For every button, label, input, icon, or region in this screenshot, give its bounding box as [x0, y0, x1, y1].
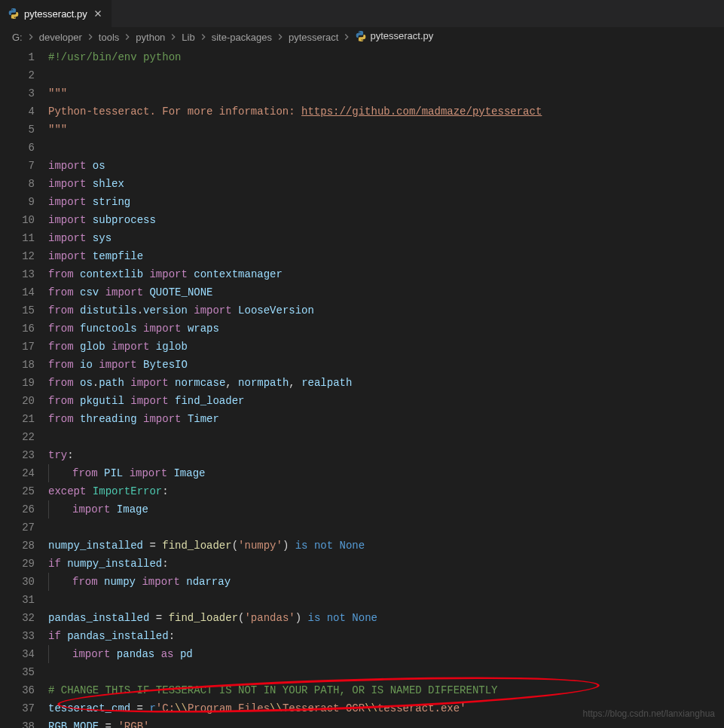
code-line[interactable]: from PIL import Image: [48, 464, 724, 482]
code-line[interactable]: """: [48, 84, 724, 102]
line-number: 2: [0, 66, 35, 84]
chevron-right-icon: [275, 32, 286, 42]
line-number: 13: [0, 265, 35, 283]
line-number: 25: [0, 482, 35, 500]
code-line[interactable]: # CHANGE THIS IF TESSERACT IS NOT IN YOU…: [48, 681, 724, 699]
breadcrumb-segment[interactable]: pytesseract.py: [355, 30, 433, 44]
breadcrumb-segment[interactable]: python: [136, 32, 165, 43]
code-line[interactable]: from csv import QUOTE_NONE: [48, 283, 724, 301]
line-number: 36: [0, 681, 35, 699]
line-number: 17: [0, 338, 35, 356]
line-number: 20: [0, 392, 35, 410]
editor-scrollbar[interactable]: [713, 96, 724, 728]
line-number: 4: [0, 102, 35, 121]
code-line[interactable]: from distutils.version import LooseVersi…: [48, 301, 724, 320]
breadcrumb-segment[interactable]: developer: [39, 32, 82, 43]
code-line[interactable]: [48, 428, 724, 446]
code-line[interactable]: import string: [48, 193, 724, 211]
code-line[interactable]: from threading import Timer: [48, 410, 724, 428]
chevron-right-icon: [85, 32, 96, 42]
code-line[interactable]: from pkgutil import find_loader: [48, 392, 724, 410]
code-line[interactable]: from io import BytesIO: [48, 356, 724, 374]
line-number: 29: [0, 555, 35, 573]
code-line[interactable]: import shlex: [48, 175, 724, 193]
line-number: 34: [0, 645, 35, 663]
line-number: 16: [0, 320, 35, 338]
code-editor[interactable]: 1234567891011121314151617181920212223242…: [0, 48, 724, 728]
code-line[interactable]: RGB_MODE = 'RGB': [48, 717, 724, 728]
file-tab[interactable]: pytesseract.py: [0, 0, 112, 27]
code-line[interactable]: import tempfile: [48, 247, 724, 265]
line-number: 24: [0, 464, 35, 482]
line-number: 31: [0, 591, 35, 609]
line-number: 38: [0, 717, 35, 728]
code-line[interactable]: Python-tesseract. For more information: …: [48, 102, 724, 121]
line-number: 23: [0, 446, 35, 464]
file-tab-label: pytesseract.py: [24, 8, 87, 20]
code-line[interactable]: #!/usr/bin/env python: [48, 48, 724, 66]
line-number: 37: [0, 699, 35, 717]
code-line[interactable]: from os.path import normcase, normpath, …: [48, 374, 724, 392]
line-number: 22: [0, 428, 35, 446]
line-number: 14: [0, 283, 35, 301]
code-area[interactable]: #!/usr/bin/env python"""Python-tesseract…: [48, 48, 724, 728]
line-number: 12: [0, 247, 35, 265]
line-number: 3: [0, 84, 35, 102]
code-line[interactable]: import pandas as pd: [48, 645, 724, 663]
breadcrumb-segment[interactable]: site-packages: [212, 32, 272, 43]
code-line[interactable]: import subprocess: [48, 211, 724, 229]
breadcrumb-segment[interactable]: tools: [99, 32, 119, 43]
line-number: 7: [0, 157, 35, 175]
code-line[interactable]: pandas_installed = find_loader('pandas')…: [48, 609, 724, 627]
code-line[interactable]: from contextlib import contextmanager: [48, 265, 724, 283]
line-number: 27: [0, 518, 35, 537]
chevron-right-icon: [122, 32, 133, 42]
line-number: 28: [0, 537, 35, 555]
breadcrumb[interactable]: G:developertoolspythonLibsite-packagespy…: [0, 27, 724, 48]
code-line[interactable]: """: [48, 121, 724, 139]
code-line[interactable]: [48, 139, 724, 157]
code-line[interactable]: import Image: [48, 500, 724, 518]
code-line[interactable]: [48, 591, 724, 609]
code-line[interactable]: if pandas_installed:: [48, 627, 724, 645]
code-line[interactable]: except ImportError:: [48, 482, 724, 500]
breadcrumb-segment[interactable]: Lib: [182, 32, 194, 43]
line-number: 33: [0, 627, 35, 645]
code-line[interactable]: import os: [48, 157, 724, 175]
python-file-icon: [8, 8, 20, 20]
code-line[interactable]: if numpy_installed:: [48, 555, 724, 573]
code-line[interactable]: from numpy import ndarray: [48, 573, 724, 591]
line-number: 1: [0, 48, 35, 66]
line-number: 19: [0, 374, 35, 392]
line-number: 6: [0, 139, 35, 157]
line-number: 9: [0, 193, 35, 211]
line-number: 18: [0, 356, 35, 374]
close-icon[interactable]: [92, 8, 104, 20]
line-number: 21: [0, 410, 35, 428]
code-line[interactable]: [48, 66, 724, 84]
chevron-right-icon: [341, 32, 352, 42]
code-line[interactable]: from glob import iglob: [48, 338, 724, 356]
line-number: 30: [0, 573, 35, 591]
python-file-icon: [355, 30, 367, 42]
editor-tabs-bar: pytesseract.py: [0, 0, 724, 27]
breadcrumb-segment[interactable]: G:: [12, 32, 23, 43]
line-number: 35: [0, 663, 35, 681]
code-line[interactable]: [48, 663, 724, 681]
code-line[interactable]: try:: [48, 446, 724, 464]
line-number: 15: [0, 301, 35, 320]
breadcrumb-segment[interactable]: pytesseract: [289, 32, 338, 43]
line-number: 5: [0, 121, 35, 139]
line-number: 10: [0, 211, 35, 229]
line-number: 8: [0, 175, 35, 193]
chevron-right-icon: [168, 32, 179, 42]
watermark-text: https://blog.csdn.net/lanxianghua: [583, 708, 715, 719]
chevron-right-icon: [198, 32, 209, 42]
code-line[interactable]: numpy_installed = find_loader('numpy') i…: [48, 537, 724, 555]
line-number-gutter: 1234567891011121314151617181920212223242…: [0, 48, 48, 728]
code-line[interactable]: [48, 518, 724, 537]
line-number: 11: [0, 229, 35, 247]
code-line[interactable]: from functools import wraps: [48, 320, 724, 338]
line-number: 26: [0, 500, 35, 518]
code-line[interactable]: import sys: [48, 229, 724, 247]
